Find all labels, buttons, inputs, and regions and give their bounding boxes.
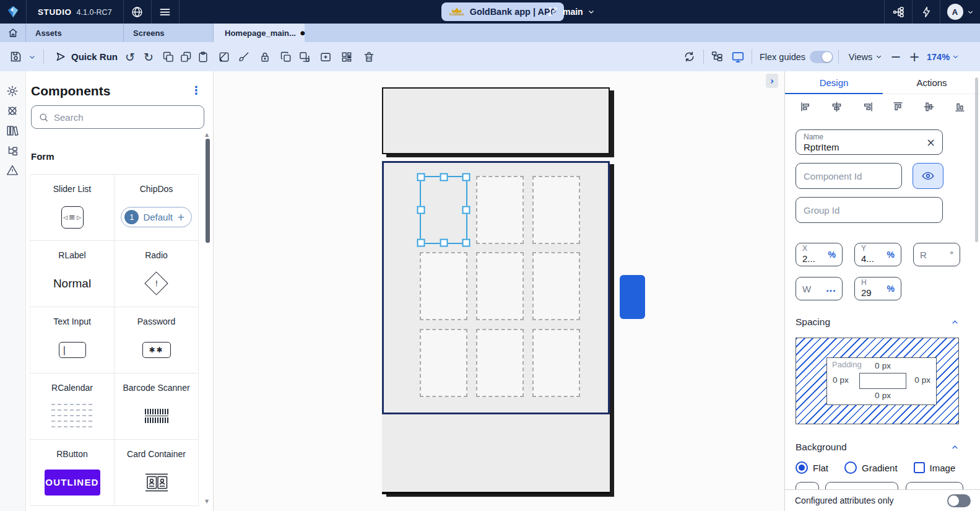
chevron-up-icon[interactable] — [951, 443, 959, 452]
settings-rail-button[interactable] — [6, 84, 20, 99]
padding-right-value[interactable]: 0px — [914, 375, 930, 385]
repeater-item-placeholder[interactable] — [532, 252, 580, 320]
name-field[interactable]: Name RptrItem × — [796, 129, 943, 155]
repeater-item-placeholder[interactable] — [476, 252, 524, 320]
align-bottom-button[interactable] — [953, 100, 966, 113]
views-dropdown[interactable]: Views — [846, 42, 885, 71]
spacing-section-header[interactable]: Spacing — [796, 313, 959, 331]
home-button[interactable] — [0, 24, 26, 42]
language-button[interactable] — [124, 0, 151, 24]
floating-blue-element[interactable] — [620, 275, 645, 319]
design-canvas[interactable]: › — [214, 71, 784, 511]
image-checkbox[interactable] — [914, 462, 925, 473]
visibility-button[interactable] — [913, 163, 943, 189]
component-card-container[interactable]: Card Container — [115, 440, 199, 506]
tab-actions[interactable]: Actions — [883, 71, 980, 94]
spacing-diagram[interactable]: Padding 0px 0px 0px 0px — [796, 338, 959, 424]
scroll-up-arrow[interactable]: ▲ — [205, 132, 209, 138]
panel-collapse-button[interactable]: › — [766, 74, 778, 88]
zoom-level-dropdown[interactable]: 174% — [925, 42, 961, 71]
component-rlabel[interactable]: RLabel Normal — [30, 241, 115, 307]
copy-button[interactable] — [160, 42, 177, 71]
resize-handle-w[interactable] — [417, 206, 425, 214]
padding-box[interactable]: Padding 0px 0px 0px 0px — [826, 357, 937, 405]
tab-design[interactable]: Design — [785, 71, 883, 94]
quick-actions-button[interactable] — [913, 0, 940, 24]
align-center-horizontal-button[interactable] — [830, 100, 843, 113]
tab-assets[interactable]: Assets — [26, 24, 124, 42]
padding-left-value[interactable]: 0px — [833, 375, 849, 385]
align-center-vertical-button[interactable] — [922, 100, 935, 113]
save-options-button[interactable] — [26, 42, 38, 71]
component-text-input[interactable]: Text Input | — [30, 307, 115, 373]
undo-button[interactable]: ↺ — [121, 42, 139, 71]
refresh-button[interactable] — [680, 42, 698, 71]
main-menu-button[interactable] — [152, 0, 179, 24]
clear-name-button[interactable]: × — [926, 136, 935, 149]
integrations-button[interactable] — [885, 0, 912, 24]
rotation-field[interactable]: R ° — [913, 243, 960, 266]
screen-view-button[interactable] — [728, 42, 748, 71]
duplicate-button[interactable] — [177, 42, 194, 71]
paste-button[interactable] — [194, 42, 212, 71]
component-radio[interactable]: Radio ! — [115, 241, 199, 307]
tree-view-button[interactable] — [707, 42, 727, 71]
repeater-item-selected[interactable] — [420, 176, 467, 244]
padding-bottom-value[interactable]: 0px — [859, 391, 906, 400]
repeater-item-placeholder[interactable] — [532, 176, 580, 244]
height-field[interactable]: H29 % — [854, 277, 901, 300]
scroll-down-arrow[interactable]: ▼ — [205, 499, 209, 504]
resize-handle-ne[interactable] — [462, 173, 470, 181]
component-id-field[interactable] — [796, 163, 902, 189]
content-rect[interactable] — [859, 373, 906, 389]
gradient-radio[interactable] — [844, 461, 857, 474]
resize-handle-nw[interactable] — [417, 173, 425, 181]
quick-run-button[interactable]: Quick Run — [52, 42, 120, 71]
components-menu-button[interactable]: ⋮ — [189, 84, 203, 98]
component-password[interactable]: Password ✱✱ — [115, 307, 199, 373]
branch-selector[interactable]: main — [547, 0, 595, 24]
delete-button[interactable] — [360, 42, 378, 71]
redo-button[interactable]: ↻ — [140, 42, 157, 71]
padding-top-value[interactable]: 0px — [859, 361, 906, 370]
width-field[interactable]: W ... — [796, 277, 843, 300]
properties-scrollbar[interactable] — [975, 77, 978, 242]
resize-handle-se[interactable] — [462, 239, 470, 247]
repeater-item-placeholder[interactable] — [420, 252, 467, 320]
repeater-item-placeholder[interactable] — [420, 329, 467, 397]
component-rcalendar[interactable]: RCalendar — [30, 373, 115, 440]
flat-radio[interactable] — [796, 461, 808, 474]
lock-button[interactable] — [256, 42, 274, 71]
configured-attributes-toggle[interactable] — [947, 494, 971, 507]
search-input[interactable] — [54, 112, 197, 123]
studio-logo[interactable] — [0, 0, 26, 24]
x-field[interactable]: X2... % — [796, 243, 843, 266]
screen-body-section[interactable] — [382, 161, 610, 414]
resize-handle-s[interactable] — [440, 239, 448, 247]
y-field[interactable]: Y4... % — [854, 243, 901, 266]
component-rbutton[interactable]: RButton OUTLINED — [30, 440, 115, 506]
flex-guides-toggle[interactable] — [809, 42, 835, 71]
resize-handle-e[interactable] — [462, 206, 470, 214]
component-chipdos[interactable]: ChipDos 1 Default + — [115, 175, 199, 241]
align-top-button[interactable] — [891, 100, 904, 113]
theme-button[interactable] — [215, 42, 233, 71]
tab-screens[interactable]: Screens — [124, 24, 214, 42]
resize-handle-sw[interactable] — [417, 239, 425, 247]
align-right-button[interactable] — [861, 100, 874, 113]
components-search[interactable] — [31, 105, 204, 129]
bring-forward-button[interactable] — [277, 42, 295, 71]
align-left-button[interactable] — [799, 100, 812, 113]
group-id-field[interactable] — [796, 197, 943, 223]
zoom-in-button[interactable]: + — [906, 42, 922, 71]
app-switcher-pill[interactable]: GoldBank GoldBank app | APP — [441, 2, 564, 21]
background-section-header[interactable]: Background — [796, 438, 959, 456]
component-barcode-scanner[interactable]: Barcode Scanner — [115, 373, 199, 440]
library-rail-button[interactable] — [6, 124, 20, 139]
layout-button[interactable] — [338, 42, 355, 71]
account-menu[interactable]: A — [940, 0, 980, 24]
warnings-rail-button[interactable] — [6, 164, 20, 178]
components-scrollbar[interactable] — [206, 139, 210, 243]
tab-homepage-main-active[interactable]: Homepage_main... ● — [214, 24, 305, 42]
send-backward-button[interactable] — [296, 42, 313, 71]
